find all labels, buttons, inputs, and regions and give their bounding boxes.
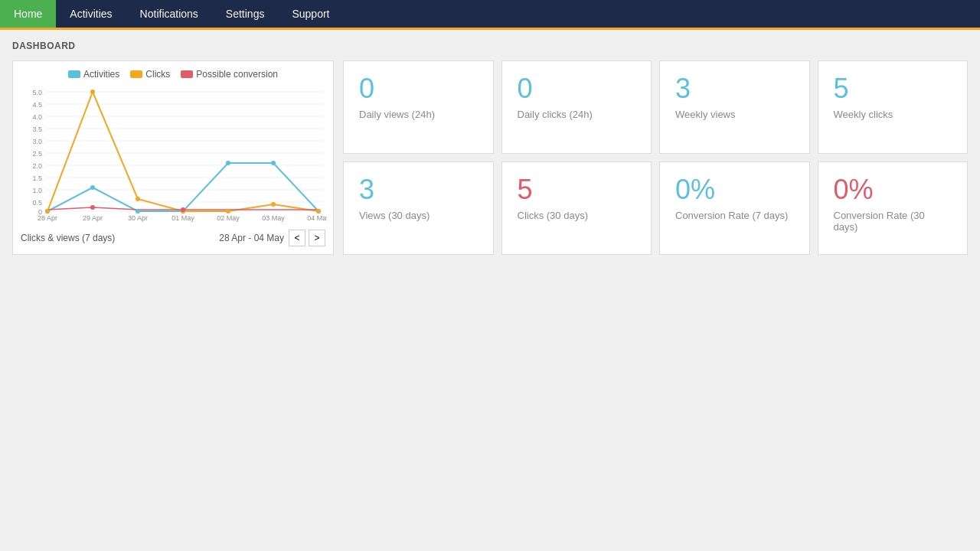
svg-point-30 bbox=[90, 185, 95, 190]
stat-value: 3 bbox=[359, 174, 478, 205]
svg-point-33 bbox=[226, 161, 230, 165]
stat-card: 5Clicks (30 days) bbox=[501, 161, 652, 255]
stat-label: Weekly clicks bbox=[834, 109, 952, 120]
stat-value: 5 bbox=[834, 73, 952, 104]
svg-text:04 May: 04 May bbox=[307, 214, 327, 222]
chart-nav: < > bbox=[289, 230, 325, 246]
chart-svg: 5.0 4.5 4.0 3.5 3.0 2.5 2.0 1.5 1.0 0.5 … bbox=[21, 84, 327, 222]
chart-card: Activities Clicks Possible conversion 5.… bbox=[12, 60, 334, 255]
stat-value: 0% bbox=[834, 174, 952, 205]
svg-text:01 May: 01 May bbox=[172, 214, 194, 222]
stat-value: 0 bbox=[359, 73, 478, 104]
svg-text:30 Apr: 30 Apr bbox=[128, 214, 148, 222]
svg-text:2.0: 2.0 bbox=[32, 162, 42, 170]
stat-card: 3Weekly views bbox=[659, 60, 810, 154]
stat-label: Weekly views bbox=[675, 109, 794, 120]
stat-value: 5 bbox=[518, 174, 636, 205]
svg-text:4.5: 4.5 bbox=[32, 101, 42, 109]
stat-label: Clicks (30 days) bbox=[518, 210, 636, 221]
chart-date-range: 28 Apr - 04 May bbox=[219, 233, 284, 243]
main-layout: Activities Clicks Possible conversion 5.… bbox=[12, 60, 968, 255]
svg-text:5.0: 5.0 bbox=[32, 89, 42, 96]
stat-card: 3Views (30 days) bbox=[343, 161, 494, 255]
nav-notifications[interactable]: Notifications bbox=[126, 0, 212, 28]
stat-label: Conversion Rate (30 days) bbox=[834, 210, 952, 233]
svg-text:3.5: 3.5 bbox=[32, 126, 42, 133]
svg-text:29 Apr: 29 Apr bbox=[83, 214, 103, 222]
svg-text:28 Apr: 28 Apr bbox=[38, 214, 57, 222]
nav-settings[interactable]: Settings bbox=[212, 0, 279, 28]
svg-point-43 bbox=[90, 205, 95, 210]
svg-point-34 bbox=[271, 161, 276, 165]
stat-value: 0% bbox=[675, 174, 794, 205]
stat-card: 0%Conversion Rate (7 days) bbox=[659, 161, 810, 255]
legend-conversion: Possible conversion bbox=[181, 69, 278, 80]
svg-text:4.0: 4.0 bbox=[32, 113, 42, 121]
svg-text:1.0: 1.0 bbox=[32, 187, 42, 194]
stat-label: Daily views (24h) bbox=[359, 109, 478, 120]
svg-point-42 bbox=[316, 209, 321, 214]
stat-label: Daily clicks (24h) bbox=[518, 109, 636, 120]
svg-text:2.5: 2.5 bbox=[32, 150, 42, 158]
legend-conversion-label: Possible conversion bbox=[196, 69, 278, 80]
legend-conversion-dot bbox=[181, 70, 193, 78]
stat-value: 0 bbox=[518, 73, 636, 104]
svg-text:02 May: 02 May bbox=[217, 214, 240, 222]
legend-activities-label: Activities bbox=[83, 69, 119, 80]
legend-activities: Activities bbox=[68, 69, 119, 80]
svg-point-40 bbox=[226, 209, 230, 214]
svg-text:1.5: 1.5 bbox=[32, 174, 42, 182]
stat-card: 0%Conversion Rate (30 days) bbox=[818, 161, 969, 255]
nav-home[interactable]: Home bbox=[0, 0, 56, 28]
svg-text:0.5: 0.5 bbox=[32, 199, 42, 207]
nav-activities[interactable]: Activities bbox=[56, 0, 126, 28]
legend-clicks-dot bbox=[130, 70, 142, 78]
page-content: DASHBOARD Activities Clicks Possible con… bbox=[0, 30, 980, 266]
stat-card: 0Daily views (24h) bbox=[343, 60, 494, 154]
svg-text:3.0: 3.0 bbox=[32, 138, 42, 145]
stat-label: Conversion Rate (7 days) bbox=[675, 210, 794, 221]
chart-legend: Activities Clicks Possible conversion bbox=[21, 69, 325, 80]
stat-card: 5Weekly clicks bbox=[818, 60, 969, 154]
svg-point-37 bbox=[90, 90, 95, 94]
stat-value: 3 bbox=[675, 73, 794, 104]
stats-grid: 0Daily views (24h)0Daily clicks (24h)3We… bbox=[343, 60, 968, 255]
legend-clicks: Clicks bbox=[130, 69, 170, 80]
page-title: DASHBOARD bbox=[12, 41, 968, 51]
legend-activities-dot bbox=[68, 70, 80, 78]
svg-point-36 bbox=[45, 209, 50, 214]
svg-point-41 bbox=[271, 202, 276, 207]
svg-point-31 bbox=[136, 209, 140, 214]
stat-label: Views (30 days) bbox=[359, 210, 478, 221]
svg-point-38 bbox=[136, 197, 140, 201]
nav-support[interactable]: Support bbox=[278, 0, 343, 28]
main-nav: Home Activities Notifications Settings S… bbox=[0, 0, 980, 30]
svg-point-44 bbox=[181, 207, 185, 212]
chart-prev-button[interactable]: < bbox=[289, 230, 305, 246]
stat-card: 0Daily clicks (24h) bbox=[501, 60, 652, 154]
chart-next-button[interactable]: > bbox=[309, 230, 325, 246]
svg-text:03 May: 03 May bbox=[262, 214, 285, 222]
legend-clicks-label: Clicks bbox=[145, 69, 170, 80]
chart-label: Clicks & views (7 days) bbox=[21, 233, 115, 243]
chart-footer: Clicks & views (7 days) 28 Apr - 04 May … bbox=[21, 230, 325, 246]
